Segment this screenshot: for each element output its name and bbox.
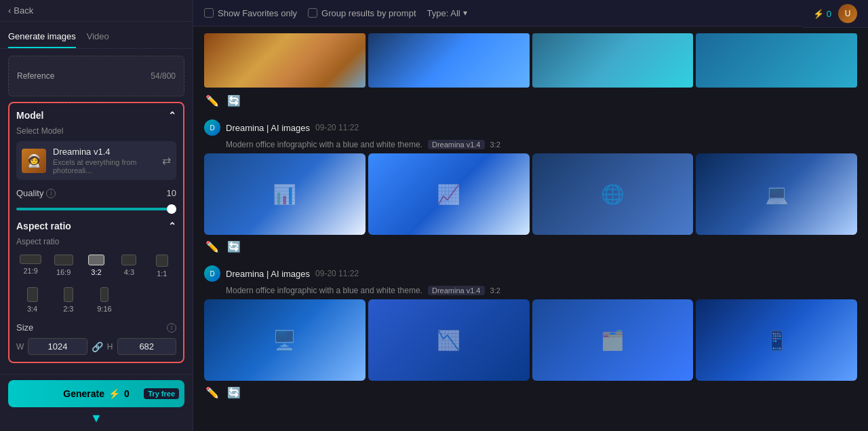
chevron-up-icon-2: ⌃ bbox=[168, 221, 176, 231]
group-1-avatar: D bbox=[204, 119, 220, 136]
ar-box-21-9 bbox=[20, 255, 41, 264]
reference-counter: 54/800 bbox=[151, 71, 176, 81]
back-button[interactable]: ‹ Back bbox=[8, 5, 33, 16]
ar-box-4-3 bbox=[121, 255, 136, 265]
ar-item-21-9[interactable]: 21:9 bbox=[16, 252, 45, 280]
show-favorites-label: Show Favorites only bbox=[218, 8, 297, 18]
group-1-name: Dreamina | AI images bbox=[226, 123, 310, 133]
group-by-prompt-item[interactable]: Group results by prompt bbox=[308, 8, 416, 18]
strip-image-anime bbox=[532, 33, 694, 88]
ar-box-3-2 bbox=[88, 255, 104, 265]
group-1-image-2-content: 📈 bbox=[368, 153, 530, 235]
group-1-image-grid: 📊 📈 🌐 💻 bbox=[204, 153, 857, 235]
group-2-ratio-badge: 3:2 bbox=[490, 286, 500, 295]
width-input[interactable] bbox=[28, 338, 87, 355]
width-label: W bbox=[16, 342, 24, 352]
generate-button[interactable]: Generate ⚡ 0 Try free bbox=[8, 380, 184, 407]
reference-box[interactable]: Reference 54/800 bbox=[8, 56, 184, 96]
credit-icon: ⚡ bbox=[813, 9, 824, 19]
ar-box-1-1 bbox=[156, 255, 168, 267]
ar-item-2-3[interactable]: 2:3 bbox=[52, 284, 84, 316]
show-favorites-item[interactable]: Show Favorites only bbox=[204, 8, 297, 18]
ar-item-1-1[interactable]: 1:1 bbox=[148, 252, 176, 280]
aspect-ratio-section: Aspect ratio ⌃ Aspect ratio 21:9 16:9 bbox=[16, 221, 176, 316]
group-2-image-3-content: 🗂️ bbox=[532, 299, 694, 381]
chevron-up-icon: ⌃ bbox=[168, 110, 176, 121]
group-1-image-2[interactable]: 📈 bbox=[368, 153, 530, 235]
quality-slider[interactable] bbox=[16, 208, 176, 210]
refresh-button-top[interactable]: 🔄 bbox=[226, 93, 242, 109]
ar-item-9-16[interactable]: 9:16 bbox=[88, 284, 120, 316]
size-info-icon[interactable]: i bbox=[167, 323, 176, 333]
group-1-prompt-row: Modern office infographic with a blue an… bbox=[226, 140, 857, 149]
group-1-image-4-content: 💻 bbox=[696, 153, 857, 235]
sidebar: ‹ Back Generate images Video Reference 5… bbox=[0, 0, 193, 431]
tab-generate[interactable]: Generate images bbox=[8, 27, 76, 48]
quality-info-icon[interactable]: i bbox=[46, 189, 56, 198]
type-select[interactable]: Type: All ▾ bbox=[427, 8, 467, 18]
group-2-avatar: D bbox=[204, 265, 220, 282]
group-1-image-4[interactable]: 💻 bbox=[696, 153, 857, 235]
refresh-button-group2[interactable]: 🔄 bbox=[226, 385, 242, 400]
chevron-down-icon: ▾ bbox=[463, 8, 467, 18]
user-avatar[interactable]: U bbox=[838, 4, 857, 23]
edit-button-top[interactable]: ✏️ bbox=[204, 93, 220, 109]
refresh-button-group1[interactable]: 🔄 bbox=[226, 239, 242, 255]
edit-button-group2[interactable]: ✏️ bbox=[204, 385, 220, 400]
ar-item-3-4[interactable]: 3:4 bbox=[16, 284, 48, 316]
ar-box-16-9 bbox=[54, 255, 73, 265]
image-group-2: D Dreamina | AI images 09-20 11:22 Moder… bbox=[204, 265, 857, 400]
size-section: Size i bbox=[16, 322, 176, 333]
size-inputs: W 🔗 H bbox=[16, 338, 176, 355]
ar-label-16-9: 16:9 bbox=[56, 268, 71, 276]
ar-item-4-3[interactable]: 4:3 bbox=[115, 252, 143, 280]
ar-box-3-4 bbox=[27, 287, 38, 302]
group-2-model-badge: Dreamina v1.4 bbox=[428, 286, 485, 295]
ar-item-16-9[interactable]: 16:9 bbox=[49, 252, 77, 280]
link-icon[interactable]: 🔗 bbox=[92, 341, 103, 352]
model-thumbnail: 🧑‍🚀 bbox=[22, 149, 46, 173]
group-1-ratio-badge: 3:2 bbox=[490, 140, 500, 149]
height-label: H bbox=[107, 342, 113, 352]
tab-video[interactable]: Video bbox=[87, 27, 109, 48]
size-label: Size bbox=[16, 322, 33, 333]
credit-display: ⚡ 0 bbox=[813, 9, 831, 19]
model-card[interactable]: 🧑‍🚀 Dreamina v1.4 Excels at everything f… bbox=[16, 141, 176, 180]
quality-slider-container bbox=[16, 202, 176, 212]
back-label: Back bbox=[14, 5, 33, 16]
group-1-action-bar: ✏️ 🔄 bbox=[204, 239, 857, 255]
edit-button-group1[interactable]: ✏️ bbox=[204, 239, 220, 255]
strip-image-fantasy bbox=[204, 33, 366, 88]
chevron-left-icon: ‹ bbox=[8, 5, 11, 16]
sidebar-scroll-area: Reference 54/800 Model ⌃ Select Model 🧑‍… bbox=[0, 49, 193, 374]
group-2-image-1-content: 🖥️ bbox=[204, 299, 366, 381]
group-1-image-1[interactable]: 📊 bbox=[204, 153, 366, 235]
group-2-image-1[interactable]: 🖥️ bbox=[204, 299, 366, 381]
model-settings-icon[interactable]: ⇄ bbox=[162, 154, 171, 167]
group-by-prompt-checkbox[interactable] bbox=[308, 8, 317, 18]
group-2-image-3[interactable]: 🗂️ bbox=[532, 299, 694, 381]
model-section-title: Model bbox=[16, 110, 43, 121]
image-group-1: D Dreamina | AI images 09-20 11:22 Moder… bbox=[204, 119, 857, 255]
generate-arrow: ▼ bbox=[8, 411, 184, 426]
generate-label: Generate bbox=[63, 388, 104, 399]
ar-item-3-2[interactable]: 3:2 bbox=[82, 252, 111, 280]
group-2-image-2[interactable]: 📉 bbox=[368, 299, 530, 381]
aspect-ratio-title: Aspect ratio bbox=[16, 221, 71, 231]
credit-count: 0 bbox=[827, 9, 831, 19]
model-desc: Excels at everything from photoreali... bbox=[53, 158, 155, 174]
show-favorites-checkbox[interactable] bbox=[204, 8, 214, 18]
generate-footer: Generate ⚡ 0 Try free ▼ bbox=[0, 374, 193, 431]
reference-label: Reference bbox=[17, 71, 54, 81]
group-2-image-grid: 🖥️ 📉 🗂️ 📱 bbox=[204, 299, 857, 381]
strip-image-4 bbox=[696, 33, 857, 88]
generate-credit-icon: ⚡ bbox=[108, 388, 120, 399]
height-input[interactable] bbox=[117, 338, 177, 355]
quality-value: 10 bbox=[167, 188, 176, 198]
group-2-image-4[interactable]: 📱 bbox=[696, 299, 857, 381]
group-2-name: Dreamina | AI images bbox=[226, 269, 310, 279]
strip-image-blue bbox=[368, 33, 530, 88]
group-2-prompt-text: Modern office infographic with a blue an… bbox=[226, 286, 422, 295]
group-1-image-3[interactable]: 🌐 bbox=[532, 153, 694, 235]
sidebar-tabs: Generate images Video bbox=[0, 22, 193, 49]
